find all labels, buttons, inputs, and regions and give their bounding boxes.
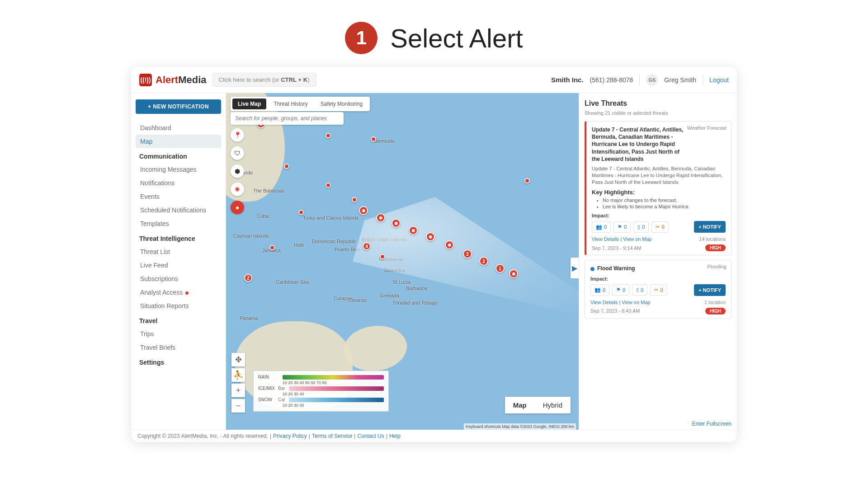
privacy-policy-link[interactable]: Privacy Policy bbox=[273, 433, 307, 439]
sidebar-item-events[interactable]: Events bbox=[136, 190, 221, 203]
pegman-icon[interactable]: ⛹ bbox=[231, 368, 245, 382]
sidebar-section-settings: Settings bbox=[136, 354, 221, 369]
device-icon: ▯ bbox=[637, 224, 640, 230]
sidebar-item-live-feed[interactable]: Live Feed bbox=[136, 258, 221, 272]
global-search-input[interactable]: Click here to search (or CTRL + K) bbox=[212, 73, 316, 87]
impact-device-chip[interactable]: ▯0 bbox=[632, 284, 647, 296]
terms-link[interactable]: Terms of Service bbox=[312, 433, 352, 439]
view-on-map-link[interactable]: View on Map bbox=[623, 236, 651, 242]
app-frame: ((!)) AlertMedia Click here to search (o… bbox=[131, 67, 737, 442]
sidebar-item-scheduled-notifications[interactable]: Scheduled Notifications bbox=[136, 203, 221, 217]
impact-flag-chip[interactable]: ⚑0 bbox=[613, 221, 631, 233]
highlights-list: No major changes to the forecast. Lee is… bbox=[592, 197, 726, 209]
impact-route-chip[interactable]: ✂0 bbox=[650, 284, 667, 296]
tab-safety-monitoring[interactable]: Safety Monitoring bbox=[315, 99, 368, 109]
map-type-hybrid[interactable]: Hybrid bbox=[535, 397, 571, 413]
impact-route-chip[interactable]: ✂0 bbox=[651, 221, 668, 233]
copyright-text: Copyright © 2023 AlertMedia, Inc. - All … bbox=[137, 433, 268, 439]
sidebar-item-situation-reports[interactable]: Situation Reports bbox=[136, 299, 221, 313]
zoom-in-button[interactable]: + bbox=[231, 384, 245, 397]
sidebar-item-travel-briefs[interactable]: Travel Briefs bbox=[136, 341, 221, 354]
map-canvas[interactable]: Live Map Threat History Safety Monitorin… bbox=[226, 93, 579, 430]
route-icon: ✂ bbox=[656, 224, 660, 230]
route-icon: ✂ bbox=[654, 287, 658, 293]
precip-legend: RAIN 10 20 30 40 50 60 70 80 ICE/MIXBar … bbox=[253, 371, 389, 412]
new-notification-button[interactable]: + NEW NOTIFICATION bbox=[136, 99, 221, 114]
user-name[interactable]: Greg Smith bbox=[664, 76, 696, 84]
map-label: Grenada bbox=[380, 293, 399, 298]
threat-locations: 14 locations bbox=[699, 236, 726, 242]
tab-live-map[interactable]: Live Map bbox=[232, 99, 266, 109]
notify-button[interactable]: + NOTIFY bbox=[694, 284, 726, 296]
impact-device-chip[interactable]: ▯0 bbox=[633, 221, 649, 233]
map-label: Cayman Islands bbox=[233, 233, 269, 239]
company-name: Smith Inc. bbox=[551, 76, 584, 84]
page-title: Select Alert bbox=[390, 23, 523, 53]
map-label: Dominican Republic bbox=[312, 239, 356, 244]
view-details-link[interactable]: View Details bbox=[592, 236, 619, 242]
threat-card-flood-warning[interactable]: Flooding Flood Warning Impact: 👥0 ⚑0 ▯0 … bbox=[585, 260, 731, 318]
sidebar-item-templates[interactable]: Templates bbox=[136, 217, 221, 230]
map-label: Barbados bbox=[406, 286, 427, 291]
sidebar: + NEW NOTIFICATION Dashboard Map Communi… bbox=[131, 93, 226, 430]
contact-link[interactable]: Contact Us bbox=[357, 433, 384, 439]
threat-type: Weather Forecast bbox=[687, 125, 726, 131]
notify-button[interactable]: + NOTIFY bbox=[694, 221, 726, 233]
map-tool-bug-icon[interactable]: ⬢ bbox=[231, 164, 244, 178]
threat-desc: Update 7 - Central Atlantic, Antilles, B… bbox=[592, 165, 726, 186]
step-number-badge: 1 bbox=[345, 22, 377, 54]
threat-title: Update 7 - Central Atlantic, Antilles, B… bbox=[592, 126, 726, 163]
zoom-out-button[interactable]: − bbox=[231, 399, 245, 413]
map-tool-pin-icon[interactable]: 📍 bbox=[231, 128, 244, 142]
sidebar-item-map[interactable]: Map bbox=[136, 135, 221, 148]
sidebar-item-trips[interactable]: Trips bbox=[136, 327, 221, 341]
map-label: Caracas bbox=[348, 297, 367, 303]
people-icon: 👥 bbox=[594, 287, 601, 293]
analyst-access-dot-icon bbox=[185, 291, 189, 295]
map-label: Bermuda bbox=[374, 138, 395, 144]
view-details-link[interactable]: View Details bbox=[590, 300, 618, 305]
highlights-heading: Key Highlights: bbox=[592, 189, 726, 196]
impact-people-chip[interactable]: 👥0 bbox=[590, 284, 609, 296]
map-label: Haiti bbox=[294, 242, 304, 248]
recenter-button[interactable]: ✥ bbox=[231, 353, 245, 366]
sidebar-section-communication: Communication bbox=[136, 148, 221, 163]
help-link[interactable]: Help bbox=[389, 433, 401, 439]
live-threats-panel: Live Threats Showing 21 visible or selec… bbox=[579, 93, 737, 430]
tab-threat-history[interactable]: Threat History bbox=[268, 99, 313, 109]
logout-link[interactable]: Logout bbox=[709, 76, 729, 84]
sidebar-item-subscriptions[interactable]: Subscriptions bbox=[136, 272, 221, 286]
threat-timestamp: Sep 7, 2023 - 9:14 AM bbox=[592, 245, 641, 251]
people-icon: 👥 bbox=[596, 224, 602, 230]
enter-fullscreen-link[interactable]: Enter Fullscreen bbox=[692, 421, 731, 427]
sidebar-item-threat-list[interactable]: Threat List bbox=[136, 245, 221, 258]
app-header: ((!)) AlertMedia Click here to search (o… bbox=[131, 67, 737, 93]
threat-type: Flooding bbox=[708, 264, 726, 269]
threat-card-hurricane-lee[interactable]: Weather Forecast Update 7 - Central Atla… bbox=[585, 121, 731, 255]
logo-icon: ((!)) bbox=[139, 74, 152, 86]
map-type-map[interactable]: Map bbox=[505, 397, 535, 413]
logo[interactable]: ((!)) AlertMedia bbox=[139, 74, 206, 86]
map-label: Trinidad and Tobago bbox=[392, 300, 438, 305]
map-label: The Bahamas bbox=[253, 188, 284, 193]
view-on-map-link[interactable]: View on Map bbox=[622, 300, 650, 305]
impact-people-chip[interactable]: 👥0 bbox=[592, 221, 611, 233]
status-dot-icon bbox=[590, 267, 594, 271]
map-tool-record-icon[interactable]: ● bbox=[231, 201, 244, 214]
sidebar-item-analyst-access[interactable]: Analyst Access bbox=[136, 286, 221, 299]
sidebar-item-notifications[interactable]: Notifications bbox=[136, 176, 221, 190]
sidebar-item-dashboard[interactable]: Dashboard bbox=[136, 121, 221, 135]
impact-flag-chip[interactable]: ⚑0 bbox=[612, 284, 629, 296]
severity-badge: HIGH bbox=[705, 308, 726, 314]
map-search-input[interactable] bbox=[231, 112, 344, 125]
map-type-toggle: Map Hybrid bbox=[505, 397, 571, 413]
map-zoom-controls: ✥ ⛹ + − bbox=[231, 353, 245, 413]
map-label: Turks and Caicos Islands bbox=[303, 215, 359, 221]
panel-collapse-handle[interactable]: ▶ bbox=[571, 258, 579, 278]
map-tool-virus-icon[interactable]: ✺ bbox=[231, 183, 244, 196]
map-label: St Lucia bbox=[392, 279, 410, 285]
avatar[interactable]: GS bbox=[646, 74, 658, 86]
sidebar-item-incoming-messages[interactable]: Incoming Messages bbox=[136, 163, 221, 176]
map-tool-shield-icon[interactable]: 🛡 bbox=[231, 146, 244, 160]
flag-icon: ⚑ bbox=[616, 287, 621, 293]
